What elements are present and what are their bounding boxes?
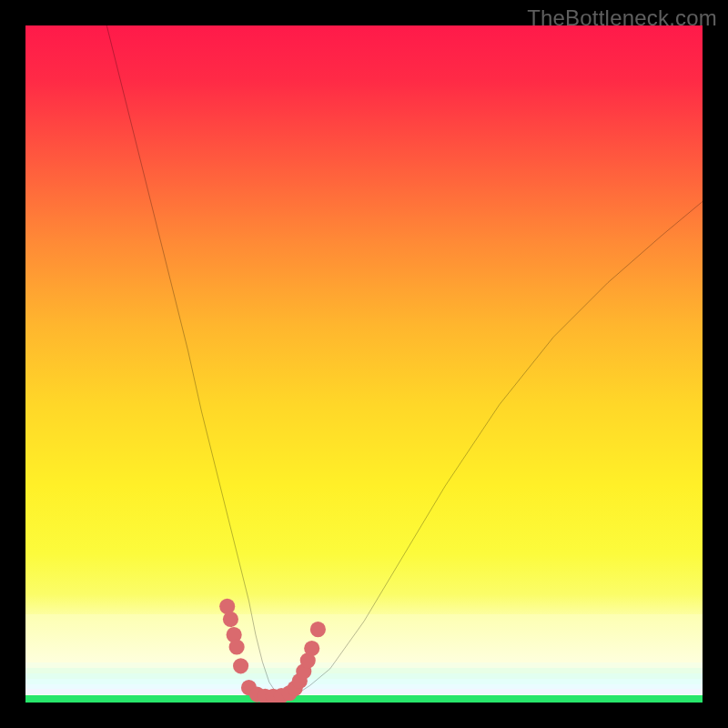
marker-dot xyxy=(223,612,238,627)
marker-dot xyxy=(310,622,326,637)
highlight-markers xyxy=(219,599,326,703)
watermark-text: TheBottleneck.com xyxy=(527,5,717,31)
marker-dot xyxy=(229,639,245,654)
bottleneck-curve xyxy=(106,25,703,696)
marker-dot xyxy=(233,658,248,673)
plot-area xyxy=(25,25,703,703)
chart-frame: TheBottleneck.com xyxy=(0,0,728,728)
marker-dot xyxy=(304,641,319,656)
curve-svg xyxy=(25,25,703,703)
